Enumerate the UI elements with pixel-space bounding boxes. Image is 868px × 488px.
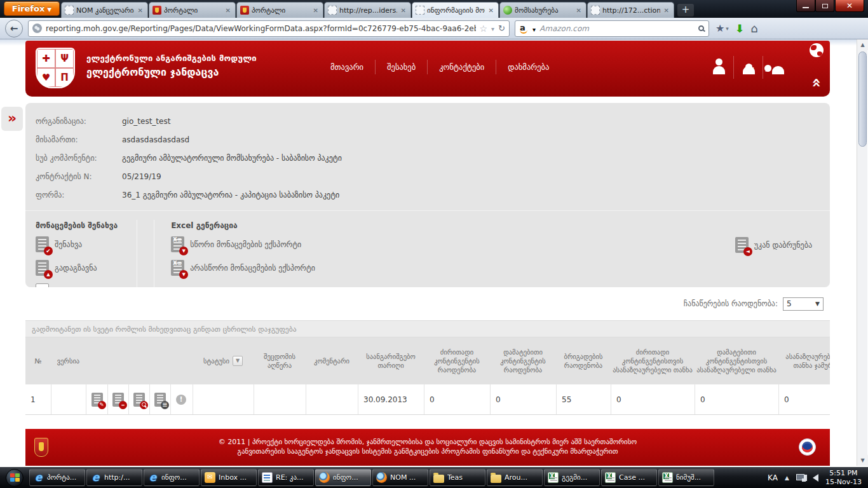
downloads-button[interactable] (735, 22, 744, 35)
site-identity-globe-icon[interactable] (32, 24, 42, 33)
new-tab-button[interactable]: + (677, 4, 694, 17)
reload-icon[interactable] (498, 24, 505, 33)
column-header-actions (86, 337, 193, 384)
url-text[interactable]: reporting.moh.gov.ge/Reporting/Pages/Dat… (46, 24, 476, 33)
tab-close-icon[interactable]: ✕ (663, 7, 670, 14)
tab-momsakhureba[interactable]: მომსახურება ✕ (499, 2, 587, 18)
close-button[interactable]: ✕ (835, 0, 864, 12)
column-header-error-desc[interactable]: შეცდომის აღწერა (254, 337, 306, 384)
taskbar-ie-http[interactable]: http:/... (86, 469, 142, 486)
column-header-version[interactable]: ვერსია (51, 337, 86, 384)
nav-item-help[interactable]: დახმარება (496, 60, 560, 74)
details-record-button[interactable] (149, 384, 170, 414)
collapse-up-icon[interactable]: » (808, 72, 824, 89)
tab-close-icon[interactable]: ✕ (224, 7, 232, 14)
taskbar-folder-arou[interactable]: Arou... (487, 469, 543, 486)
nav-item-contacts[interactable]: კონტაქტები (427, 60, 496, 74)
column-header-total-amount[interactable]: ასანაზღაურებელი თანხა ჯამური (778, 337, 830, 384)
status-filter-button[interactable]: ▼ (233, 356, 243, 366)
search-input[interactable]: Amazon.com (539, 24, 695, 33)
firefox-menu-button[interactable]: Firefox▼ (4, 1, 60, 16)
tab-close-icon[interactable]: ✕ (487, 7, 495, 14)
start-button[interactable] (6, 469, 24, 487)
taskbar-ie-portal[interactable]: პორტა... (29, 469, 85, 486)
cell-error-desc (254, 384, 306, 414)
volume-icon[interactable] (813, 474, 818, 482)
minimize-button[interactable] (796, 0, 815, 12)
bookmarks-menu-button[interactable] (715, 22, 724, 34)
bookmark-star-icon[interactable] (480, 24, 488, 34)
scrollbar-thumb[interactable] (858, 51, 867, 147)
export-invalid-data-button[interactable]: არასწორი მონაცემების ექსპორტი (171, 260, 315, 276)
records-count-select[interactable]: 5 ▼ (783, 297, 824, 311)
home-button[interactable] (750, 22, 757, 35)
export-valid-data-button[interactable]: სწორი მონაცემების ექსპორტი (171, 236, 315, 252)
taskbar-firefox-info-active[interactable]: ინფო... (315, 469, 371, 486)
cell-brigades-count: 55 (556, 384, 611, 414)
tab-informaciis-mots-active[interactable]: ინფორმაციის მოწო... ✕ (412, 2, 499, 18)
column-header-num[interactable]: № (25, 337, 51, 384)
excel-group-title: Excel გენერაცია (171, 221, 315, 230)
scroll-down-arrow[interactable]: ▼ (857, 455, 868, 466)
column-header-status[interactable]: სტატუსი ▼ (193, 337, 254, 384)
taskbar-outlook-inbox[interactable]: Inbox ... (201, 469, 257, 486)
column-header-comment[interactable]: კომენტარი (306, 337, 358, 384)
column-header-main-contingent-amount[interactable]: ძირითადი კონტინგენტისთვის ასანაზღაურებელ… (611, 337, 695, 384)
show-hidden-icons-arrow[interactable]: ▲ (785, 475, 789, 481)
page-scrollbar[interactable]: ▲ ▼ (857, 39, 867, 466)
column-header-additional-contingent-amount[interactable]: დამატებითი კონტინგენტისთვის ასანაზღაურებ… (695, 337, 778, 384)
view-record-button[interactable] (128, 384, 149, 414)
site-footer: © 2011 | პროექტი ხორციელდება შრომის, ჯან… (25, 429, 830, 466)
tab-close-icon[interactable]: ✕ (137, 7, 144, 14)
user-login-arrow-icon[interactable] (763, 56, 792, 79)
tab-rep-iders[interactable]: http://rep...iders.aspx ✕ (324, 2, 411, 18)
scroll-up-arrow[interactable]: ▲ (857, 39, 868, 50)
search-engine-dropdown-icon[interactable] (532, 22, 536, 34)
taskbar-firefox-nom[interactable]: NOM ... (372, 469, 428, 486)
send-button[interactable]: გადაგზავნა (36, 260, 118, 276)
edit-record-button[interactable] (86, 384, 107, 414)
tab-close-icon[interactable]: ✕ (312, 7, 320, 14)
nav-item-about[interactable]: შესახებ (375, 60, 427, 74)
tab-172-ction[interactable]: http://172...ction.aspx ✕ (587, 2, 674, 18)
taskbar-ie-info[interactable]: ინფო... (144, 469, 200, 486)
taskbar-mail-re[interactable]: RE: კა... (258, 469, 314, 486)
tab-nom-kancelaria[interactable]: NOM კანცელარია ✕ (61, 2, 148, 18)
delete-record-button[interactable] (107, 384, 128, 414)
go-back-button[interactable]: უკან დაბრუნება (735, 237, 812, 253)
user-profile-icon[interactable] (704, 56, 733, 79)
table-row: 1 ! (25, 384, 830, 415)
records-count-label: ჩანაწერების რაოდენობა: (684, 299, 778, 308)
coat-of-arms-favicon (240, 6, 249, 15)
tab-close-icon[interactable]: ✕ (575, 7, 583, 14)
taskbar-excel-nimush[interactable]: ნიმუშ... (658, 469, 714, 486)
taskbar-excel-gegmi[interactable]: გეგმი... (544, 469, 600, 486)
tab-portali-1[interactable]: პორტალი ✕ (149, 2, 236, 18)
tab-close-icon[interactable]: ✕ (400, 7, 407, 14)
nav-item-home[interactable]: მთავარი (319, 60, 375, 74)
bookmarks-dropdown-icon[interactable]: ▾ (726, 25, 729, 32)
site-title-line1: ელექტრონული ანგარიშგების მოდული (86, 53, 257, 63)
cell-total-amount: 0 (778, 384, 830, 414)
column-header-main-contingent-count[interactable]: ძირითადი კონტინგენტის რაოდენობა (424, 337, 490, 384)
column-header-report-date[interactable]: საანგარიშგებო თარიღი (358, 337, 424, 384)
taskbar-folder-teas[interactable]: Teas (430, 469, 485, 486)
column-header-brigades-count[interactable]: ბრიგადების რაოდენობა (556, 337, 611, 384)
amazon-search-engine-icon[interactable]: a (520, 24, 529, 33)
tab-portali-2[interactable]: პორტალი ✕ (236, 2, 323, 18)
save-button[interactable]: შენახვა (36, 236, 118, 252)
url-dropdown-icon[interactable] (491, 24, 494, 33)
chevron-down-icon: ▼ (815, 301, 820, 307)
user-list-icon[interactable] (733, 56, 763, 79)
sidebar-expand-button[interactable]: » (1, 107, 23, 131)
language-globe-icon[interactable] (810, 43, 824, 57)
back-button[interactable]: ← (5, 20, 23, 37)
language-indicator[interactable]: KA (768, 473, 778, 482)
taskbar-excel-case[interactable]: Case ... (601, 469, 657, 486)
restore-button[interactable] (815, 0, 834, 12)
column-header-additional-contingent-count[interactable]: დამატებითი კონტინგენტის რაოდენობა (490, 337, 556, 384)
clock[interactable]: 5:51 PM 15-Nov-13 (825, 469, 862, 487)
search-icon[interactable] (698, 25, 704, 31)
url-bar[interactable]: reporting.moh.gov.ge/Reporting/Pages/Dat… (28, 20, 510, 37)
search-bar[interactable]: a Amazon.com (515, 20, 709, 37)
